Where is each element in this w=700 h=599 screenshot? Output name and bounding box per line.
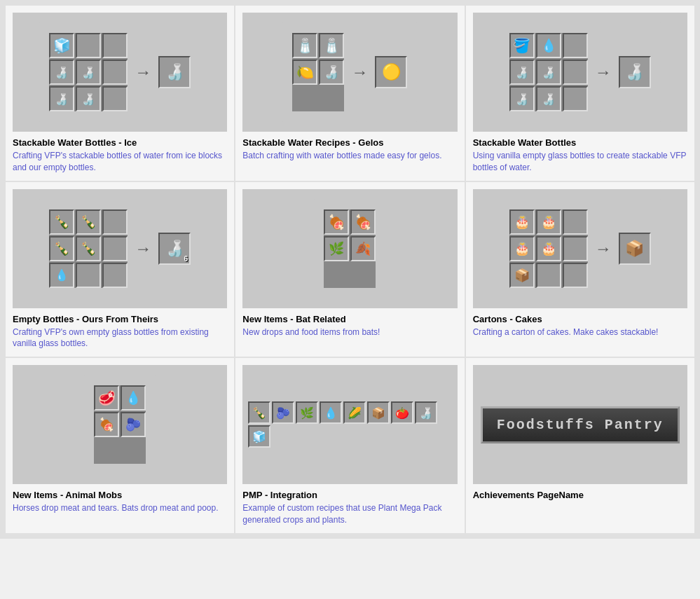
card-stackable-water-bottles: 🪣 💧 🍶 🍶 🍶 🍶 → 🍶 Stackable Water Bottles … bbox=[466, 6, 694, 181]
craft-cell: 🫐 bbox=[121, 412, 146, 437]
craft-cell: 🧂 bbox=[319, 33, 344, 58]
result-cell: 🍶 bbox=[158, 56, 191, 88]
craft-cell bbox=[102, 60, 128, 85]
card-cartons-cakes: 🎂 🎂 🎂 🎂 📦 → 📦 Cartons - Cakes Crafting a… bbox=[466, 182, 694, 357]
craft-cell: 🎂 bbox=[536, 236, 561, 261]
craft-cell: 🍶 bbox=[536, 86, 561, 111]
craft-cell: 🎂 bbox=[509, 209, 535, 235]
craft-cell bbox=[102, 236, 128, 261]
card-pmp-integration: 🍾 🫐 🌿 💧 🌽 📦 🍅 🍶 🧊 PMP - Integration Exam… bbox=[235, 358, 464, 533]
card-image-stackable-water-bottles: 🪣 💧 🍶 🍶 🍶 🍶 → 🍶 bbox=[473, 13, 687, 132]
craft-cell: 💧 bbox=[536, 33, 561, 58]
craft-cell bbox=[563, 236, 588, 261]
craft-cell bbox=[563, 33, 588, 58]
card-image-pmp-integration: 🍾 🫐 🌿 💧 🌽 📦 🍅 🍶 🧊 bbox=[242, 365, 457, 484]
arrow-icon: → bbox=[135, 62, 151, 82]
craft-cell: 💧 bbox=[49, 263, 74, 288]
card-title: Empty Bottles - Ours From Theirs bbox=[13, 314, 227, 324]
strip-cell: 🌽 bbox=[343, 401, 366, 424]
craft-cell: 🍶 bbox=[509, 86, 535, 111]
result-cell: 🍶 6 bbox=[158, 233, 191, 265]
craft-cell bbox=[536, 263, 561, 288]
craft-cell: 🍶 bbox=[49, 86, 74, 111]
craft-grid: 🧊 🍶 🍶 🍶 🍶 bbox=[49, 33, 128, 111]
result-cell: 🍶 bbox=[619, 56, 651, 88]
craft-cell: 💧 bbox=[121, 385, 146, 411]
card-stackable-water-ice: 🧊 🍶 🍶 🍶 🍶 → 🍶 Stackable Water Bottles - … bbox=[6, 6, 234, 181]
card-desc: Crafting VFP's stackable bottles of wate… bbox=[13, 150, 227, 174]
craft-cell: 🎂 bbox=[509, 236, 535, 261]
card-title: Achievements PageName bbox=[473, 490, 687, 500]
craft-cell bbox=[102, 33, 128, 58]
strip-cell: 🧊 bbox=[248, 425, 270, 448]
strip-cell: 🫐 bbox=[272, 401, 294, 424]
main-grid: 🧊 🍶 🍶 🍶 🍶 → 🍶 Stackable Water Bottles - … bbox=[0, 0, 700, 539]
card-desc: Crafting VFP's own empty glass bottles f… bbox=[13, 326, 227, 350]
craft-cell bbox=[102, 209, 128, 235]
craft-cell: 🧊 bbox=[49, 33, 74, 58]
craft-cell: 🍂 bbox=[350, 236, 376, 261]
craft-grid: 🍖 🍖 🌿 🍂 bbox=[324, 209, 376, 288]
card-desc: Batch crafting with water bottles made e… bbox=[242, 150, 457, 162]
craft-cell: 🍾 bbox=[76, 236, 101, 261]
craft-cell: 🍾 bbox=[49, 236, 74, 261]
craft-cell: 🍶 bbox=[49, 60, 74, 85]
card-achievements: Foodstuffs Pantry Achievements PageName bbox=[466, 358, 694, 533]
craft-cell: 🍶 bbox=[509, 60, 535, 85]
strip-cell: 🍅 bbox=[391, 401, 413, 424]
card-image-animal-mobs: 🥩 💧 🍖 🫐 bbox=[13, 365, 227, 484]
card-image-empty-bottles: 🍾 🍾 🍾 🍾 💧 → 🍶 6 bbox=[13, 189, 227, 308]
card-desc: New drops and food items from bats! bbox=[242, 326, 457, 338]
craft-cell: 🍶 bbox=[319, 60, 344, 85]
card-title: Cartons - Cakes bbox=[473, 314, 687, 324]
arrow-icon: → bbox=[135, 239, 151, 259]
card-title: PMP - Integration bbox=[242, 490, 457, 500]
craft-cell: 🍶 bbox=[536, 60, 561, 85]
craft-cell bbox=[76, 263, 101, 288]
card-image-stackable-water-ice: 🧊 🍶 🍶 🍶 🍶 → 🍶 bbox=[13, 13, 227, 132]
craft-cell bbox=[102, 263, 128, 288]
craft-cell: 🍾 bbox=[49, 209, 74, 235]
card-desc: Example of custom recipes that use Plant… bbox=[242, 502, 457, 526]
arrow-icon: → bbox=[595, 62, 612, 82]
craft-cell: 🪣 bbox=[509, 33, 535, 58]
card-title: New Items - Bat Related bbox=[242, 314, 457, 324]
card-image-cartons-cakes: 🎂 🎂 🎂 🎂 📦 → 📦 bbox=[473, 189, 687, 308]
arrow-icon: → bbox=[595, 239, 612, 259]
craft-grid: 🥩 💧 🍖 🫐 bbox=[94, 385, 146, 464]
card-bat-related: 🍖 🍖 🌿 🍂 New Items - Bat Related New drop… bbox=[235, 182, 464, 357]
craft-cell bbox=[76, 33, 101, 58]
count-badge: 6 bbox=[184, 255, 188, 263]
strip-cell: 💧 bbox=[320, 401, 342, 424]
foodstuffs-pantry-button[interactable]: Foodstuffs Pantry bbox=[481, 406, 680, 443]
card-image-bat-related: 🍖 🍖 🌿 🍂 bbox=[242, 189, 457, 308]
craft-cell: 🥩 bbox=[94, 385, 119, 411]
card-desc: Horses drop meat and tears. Bats drop me… bbox=[13, 502, 227, 514]
craft-cell: 🧂 bbox=[292, 33, 317, 58]
craft-cell: 🍶 bbox=[76, 60, 101, 85]
card-stackable-water-gelos: 🧂 🧂 🍋 🍶 → 🟡 Stackable Water Recipes - Ge… bbox=[235, 6, 464, 181]
card-title: Stackable Water Bottles - Ice bbox=[13, 137, 227, 148]
card-title: Stackable Water Bottles bbox=[473, 137, 687, 148]
craft-cell: 🍋 bbox=[292, 60, 317, 85]
card-image-achievements: Foodstuffs Pantry bbox=[473, 365, 687, 484]
craft-grid: 🪣 💧 🍶 🍶 🍶 🍶 bbox=[509, 33, 588, 111]
craft-cell: 🍖 bbox=[350, 209, 376, 235]
strip-cell: 🍾 bbox=[248, 401, 270, 424]
card-animal-mobs: 🥩 💧 🍖 🫐 New Items - Animal Mobs Horses d… bbox=[6, 358, 234, 533]
craft-cell: 🍾 bbox=[76, 209, 101, 235]
card-desc: Using vanilla empty glass bottles to cre… bbox=[473, 150, 687, 174]
card-image-stackable-water-gelos: 🧂 🧂 🍋 🍶 → 🟡 bbox=[242, 13, 457, 132]
card-empty-bottles: 🍾 🍾 🍾 🍾 💧 → 🍶 6 Empty Bottles - Ours Fr bbox=[6, 182, 234, 357]
craft-cell bbox=[563, 209, 588, 235]
craft-cell: 🍖 bbox=[324, 209, 349, 235]
result-cell: 🟡 bbox=[375, 56, 407, 88]
strip-cell: 📦 bbox=[367, 401, 390, 424]
craft-grid: 🎂 🎂 🎂 🎂 📦 bbox=[509, 209, 588, 288]
card-desc: Crafting a carton of cakes. Make cakes s… bbox=[473, 326, 687, 338]
craft-cell bbox=[563, 60, 588, 85]
strip-cell: 🍶 bbox=[415, 401, 437, 424]
craft-grid: 🍾 🍾 🍾 🍾 💧 bbox=[49, 209, 128, 288]
card-title: New Items - Animal Mobs bbox=[13, 490, 227, 500]
craft-cell: 🍖 bbox=[94, 412, 119, 437]
